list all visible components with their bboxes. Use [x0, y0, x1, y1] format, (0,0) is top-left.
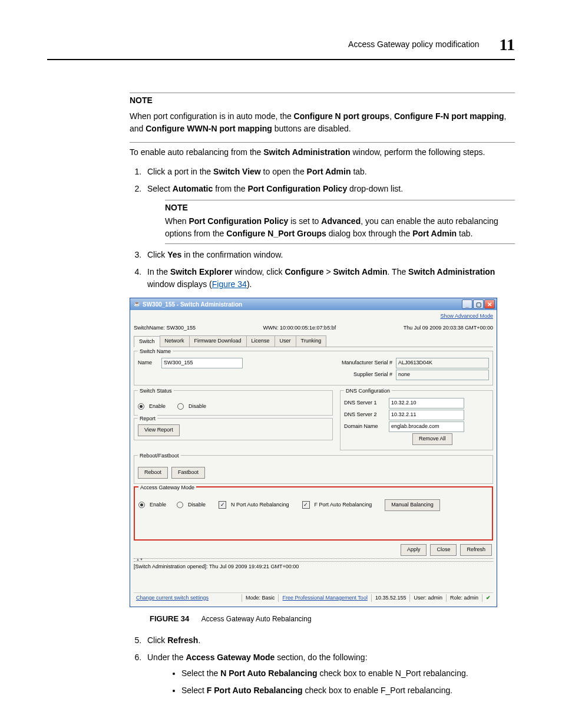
bullet-2: Select F Port Auto Rebalancing check box…: [181, 684, 515, 697]
tool-link[interactable]: Free Professional Management Tool: [282, 594, 367, 602]
step-4: In the Switch Explorer window, click Con…: [144, 266, 515, 291]
maximize-button[interactable]: ▢: [473, 299, 484, 309]
mfg-serial: ALJ0613D04K: [396, 358, 489, 368]
change-settings-link[interactable]: Change current switch settings: [136, 594, 209, 602]
role-label: Role: admin: [450, 594, 478, 602]
figure-caption: FIGURE 34 Access Gateway Auto Rebalancin…: [150, 613, 515, 625]
group-reboot: Reboot/Fastboot Reboot Fastboot: [134, 455, 493, 485]
log-splitter[interactable]: ▲▼: [134, 558, 493, 562]
status-disable-radio[interactable]: [177, 403, 184, 410]
intro-paragraph: To enable auto rebalancing from the Swit…: [130, 146, 515, 159]
group-switch-name: Switch Name Name SW300_155 Manufacturer …: [134, 351, 493, 386]
note-rule-top: [130, 93, 515, 93]
group-dns: DNS Configuration DNS Server 110.32.2.10…: [340, 390, 493, 450]
note2-title: NOTE: [165, 202, 515, 214]
step-5: Click Refresh.: [144, 634, 515, 647]
status-enable-radio[interactable]: [138, 403, 144, 410]
timestamp-label: Thu Jul 09 2009 20:03:38 GMT+00:00: [404, 324, 493, 332]
step-6: Under the Access Gateway Mode section, d…: [144, 651, 515, 697]
dns2-input[interactable]: 10.32.2.11: [389, 410, 464, 420]
tab-network[interactable]: Network: [160, 335, 190, 347]
name-input[interactable]: SW300_155: [161, 358, 243, 368]
minimize-button[interactable]: _: [462, 299, 472, 309]
close-dialog-button[interactable]: Close: [430, 544, 457, 556]
fport-checkbox[interactable]: ✓: [302, 501, 310, 509]
switchname-label: SwitchName: SW300_155: [134, 324, 196, 332]
ip-label: 10.35.52.155: [375, 594, 406, 602]
tab-trunking[interactable]: Trunking: [296, 335, 327, 347]
user-label: User: admin: [414, 594, 442, 602]
dns1-input[interactable]: 10.32.2.10: [389, 398, 464, 409]
supplier-serial: none: [396, 370, 489, 380]
window-title: SW300_155 - Switch Administration: [143, 300, 242, 309]
domain-input[interactable]: englab.brocade.com: [389, 421, 464, 432]
note2-text: When Port Configuration Policy is set to…: [165, 215, 515, 240]
nport-checkbox[interactable]: ✓: [219, 501, 226, 509]
manual-balancing-button[interactable]: Manual Balancing: [385, 499, 440, 511]
fastboot-button[interactable]: Fastboot: [171, 467, 205, 479]
tabs: Switch Network Firmware Download License…: [134, 335, 493, 347]
section-title: Access Gateway policy modification: [348, 39, 480, 49]
step-3: Click Yes in the confirmation window.: [144, 249, 515, 261]
apply-button[interactable]: Apply: [401, 544, 427, 556]
java-icon: ☕: [134, 300, 140, 308]
titlebar: ☕ SW300_155 - Switch Administration _ ▢ …: [130, 298, 497, 310]
agm-enable-radio[interactable]: [138, 502, 145, 508]
note-rule-bottom: [130, 142, 515, 143]
group-switch-status: Switch Status Enable Disable: [134, 390, 333, 416]
agm-disable-radio[interactable]: [177, 502, 183, 508]
reboot-button[interactable]: Reboot: [138, 467, 168, 479]
running-head: Access Gateway policy modification 11: [47, 35, 515, 54]
remove-all-button[interactable]: Remove All: [412, 433, 452, 445]
log-area: [Switch Administration opened]: Thu Jul …: [134, 563, 493, 592]
tab-firmware[interactable]: Firmware Download: [189, 335, 247, 347]
step-2: Select Automatic from the Port Configura…: [144, 183, 515, 244]
chapter-number: 11: [500, 35, 515, 54]
tab-license[interactable]: License: [246, 335, 275, 347]
close-button[interactable]: ✕: [484, 299, 495, 309]
switch-admin-window: ☕ SW300_155 - Switch Administration _ ▢ …: [130, 298, 497, 607]
group-agm: Access Gateway Mode Enable Disable ✓N Po…: [134, 486, 493, 541]
step-1: Click a port in the Switch View to open …: [144, 166, 515, 178]
group-report: Report View Report: [134, 418, 333, 440]
figure-link[interactable]: Figure 34: [212, 279, 247, 289]
statusbar: Change current switch settings Mode: Bas…: [134, 592, 493, 604]
note-text: When port configuration is in auto mode,…: [130, 110, 515, 135]
tab-switch[interactable]: Switch: [134, 336, 160, 347]
check-icon: ✔: [486, 594, 491, 602]
show-advanced-link[interactable]: Show Advanced Mode: [440, 312, 493, 321]
tab-user[interactable]: User: [275, 335, 296, 347]
refresh-button[interactable]: Refresh: [460, 544, 492, 556]
mode-label: Mode: Basic: [246, 594, 275, 602]
header-rule: [47, 59, 515, 60]
view-report-button[interactable]: View Report: [138, 424, 180, 436]
wwn-label: WWN: 10:00:00:05:1e:07:b5:bf: [263, 324, 336, 332]
bullet-1: Select the N Port Auto Rebalancing check…: [181, 667, 515, 680]
note-title: NOTE: [130, 94, 515, 107]
